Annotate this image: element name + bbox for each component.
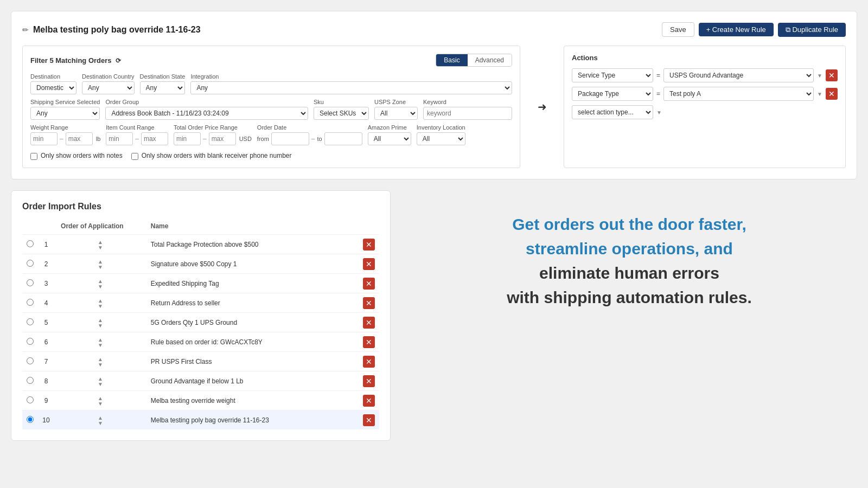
inventory-location-select[interactable]: All	[417, 132, 465, 145]
rule-radio-8[interactable]	[27, 377, 34, 384]
table-row: 9 ▲▼ Melba testing override weight ✕	[22, 391, 379, 410]
delete-rule-button-3[interactable]: ✕	[363, 278, 375, 290]
row-sort-handle[interactable]: ▲▼	[54, 274, 146, 293]
rule-radio-7[interactable]	[27, 357, 34, 364]
notes-checkbox-item: Only show orders with notes	[30, 152, 123, 160]
weight-min-input[interactable]	[30, 132, 58, 145]
weight-unit-label: lb	[96, 136, 101, 142]
action-type-select-1[interactable]: Service Type	[572, 68, 653, 82]
notes-checkbox[interactable]	[30, 153, 37, 160]
row-name: Melba testing poly bag override 11-16-23	[146, 410, 359, 430]
date-to-input[interactable]	[324, 132, 362, 145]
row-radio-cell	[22, 332, 38, 352]
delete-rule-button-5[interactable]: ✕	[363, 317, 375, 329]
row-order-num: 3	[38, 274, 54, 293]
duplicate-rule-button[interactable]: ⧉ Duplicate Rule	[778, 23, 846, 37]
promo-text: Get orders out the door faster, streamli…	[507, 212, 752, 310]
row-order-num: 10	[38, 410, 54, 430]
rules-card: Order Import Rules Order of Application …	[11, 190, 391, 441]
rule-radio-6[interactable]	[27, 338, 34, 345]
row-delete-cell: ✕	[359, 293, 379, 313]
keyword-input[interactable]	[423, 107, 512, 120]
row-sort-handle[interactable]: ▲▼	[54, 352, 146, 371]
destination-country-label: Destination Country	[82, 73, 135, 80]
row-sort-handle[interactable]: ▲▼	[54, 371, 146, 391]
row-sort-handle[interactable]: ▲▼	[54, 313, 146, 332]
row-radio-cell	[22, 391, 38, 410]
delete-rule-button-1[interactable]: ✕	[363, 239, 375, 251]
remove-action-button-1[interactable]: ✕	[826, 69, 838, 81]
action-value-select-2[interactable]: Test poly A	[663, 87, 814, 101]
delete-rule-button-9[interactable]: ✕	[363, 395, 375, 407]
row-order-num: 2	[38, 254, 54, 274]
action-equals-2: =	[656, 90, 660, 98]
delete-rule-button-6[interactable]: ✕	[363, 336, 375, 348]
sku-label: Sku	[314, 99, 369, 105]
weight-range-label: Weight Range	[30, 124, 100, 131]
rule-radio-2[interactable]	[27, 260, 34, 267]
row-name: Expedited Shipping Tag	[146, 274, 359, 293]
rule-radio-3[interactable]	[27, 279, 34, 286]
action-value-select-1[interactable]: USPS Ground Advantage	[663, 68, 814, 82]
promo-line-4: with shipping automation rules.	[507, 288, 752, 306]
item-count-inputs: –	[106, 132, 168, 145]
col-delete	[359, 220, 379, 235]
rule-radio-4[interactable]	[27, 299, 34, 306]
row-sort-handle[interactable]: ▲▼	[54, 332, 146, 352]
tab-advanced[interactable]: Advanced	[468, 54, 512, 66]
integration-select[interactable]: Any	[190, 81, 512, 94]
item-min-input[interactable]	[106, 132, 133, 145]
delete-rule-button-7[interactable]: ✕	[363, 356, 375, 368]
destination-country-select[interactable]: Any	[82, 81, 135, 94]
rule-radio-5[interactable]	[27, 318, 34, 325]
destination-state-select[interactable]: Any	[140, 81, 186, 94]
row-name: Total Package Protection above $500	[146, 235, 359, 254]
delete-rule-button-2[interactable]: ✕	[363, 258, 375, 270]
delete-rule-button-10[interactable]: ✕	[363, 414, 375, 426]
action-type-select-2[interactable]: Package Type	[572, 87, 653, 101]
create-new-rule-button[interactable]: + Create New Rule	[699, 23, 774, 36]
delete-rule-button-8[interactable]: ✕	[363, 375, 375, 387]
rule-radio-10[interactable]	[27, 416, 34, 423]
price-unit-label: USD	[239, 136, 252, 142]
date-from-input[interactable]	[271, 132, 309, 145]
price-max-input[interactable]	[209, 132, 236, 145]
rule-radio-1[interactable]	[27, 240, 34, 247]
blank-phone-checkbox[interactable]	[131, 153, 138, 160]
item-max-input[interactable]	[141, 132, 168, 145]
filter-header: Filter 5 Matching Orders ⟳ Basic Advance…	[30, 54, 512, 67]
rule-radio-9[interactable]	[27, 396, 34, 403]
notes-label: Only show orders with notes	[41, 152, 123, 159]
row-sort-handle[interactable]: ▲▼	[54, 410, 146, 430]
rule-body: Filter 5 Matching Orders ⟳ Basic Advance…	[22, 46, 846, 168]
row-sort-handle[interactable]: ▲▼	[54, 391, 146, 410]
weight-max-input[interactable]	[66, 132, 93, 145]
destination-select[interactable]: Domestic	[30, 81, 76, 94]
delete-rule-button-4[interactable]: ✕	[363, 297, 375, 309]
tab-basic[interactable]: Basic	[436, 54, 467, 66]
row-sort-handle[interactable]: ▲▼	[54, 293, 146, 313]
usps-zone-group: USPS Zone All	[374, 99, 418, 120]
edit-icon[interactable]: ✏	[22, 25, 29, 34]
amazon-prime-select[interactable]: All	[368, 132, 411, 145]
filter-section: Filter 5 Matching Orders ⟳ Basic Advance…	[22, 46, 520, 168]
price-range-inputs: – USD	[174, 132, 252, 145]
sort-arrows-icon: ▲▼	[98, 396, 103, 407]
sku-select[interactable]: Select SKUs	[314, 107, 369, 120]
promo-line-1: Get orders out the door faster,	[512, 215, 746, 233]
row-sort-handle[interactable]: ▲▼	[54, 235, 146, 254]
usps-zone-select[interactable]: All	[374, 107, 418, 120]
action-type-select-3[interactable]: select action type...	[572, 105, 653, 119]
row-order-num: 4	[38, 293, 54, 313]
save-button[interactable]: Save	[662, 22, 694, 37]
blank-phone-label: Only show orders with blank receiver pho…	[142, 152, 292, 159]
inventory-location-label: Inventory Location	[417, 124, 465, 131]
shipping-service-select[interactable]: Any	[30, 107, 100, 120]
order-group-select[interactable]: Address Book Batch - 11/16/23 03:24:09	[105, 107, 308, 120]
row-sort-handle[interactable]: ▲▼	[54, 254, 146, 274]
price-min-input[interactable]	[174, 132, 201, 145]
remove-action-button-2[interactable]: ✕	[826, 88, 838, 100]
inventory-location-group: Inventory Location All	[417, 124, 465, 145]
integration-label: Integration	[190, 73, 512, 80]
sku-group: Sku Select SKUs	[314, 99, 369, 120]
